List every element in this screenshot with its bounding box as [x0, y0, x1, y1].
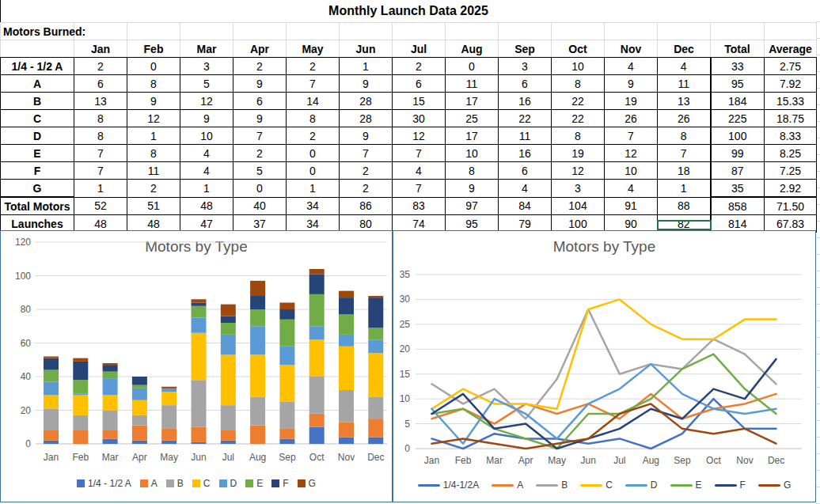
- bar-segment-a[interactable]: [73, 430, 88, 444]
- table-cell[interactable]: 2: [393, 58, 446, 75]
- col-header-average[interactable]: Average: [765, 40, 817, 58]
- table-cell[interactable]: 9: [127, 93, 180, 110]
- bar-segment-c[interactable]: [339, 347, 354, 390]
- bar-segment-g[interactable]: [103, 363, 118, 365]
- bar-segment-b[interactable]: [250, 397, 265, 426]
- table-cell[interactable]: 2: [340, 162, 393, 180]
- table-cell[interactable]: 13: [74, 93, 127, 110]
- bar-segment-a[interactable]: [339, 422, 354, 437]
- bar-segment-1-4-1-2-a[interactable]: [221, 441, 236, 444]
- legend-item-e[interactable]: E: [670, 479, 702, 491]
- legend-item-a[interactable]: A: [492, 479, 523, 491]
- bar-segment-e[interactable]: [192, 306, 207, 318]
- bar-segment-e[interactable]: [368, 328, 383, 339]
- table-cell[interactable]: 97: [446, 197, 499, 215]
- active-cell-selection[interactable]: [657, 220, 712, 230]
- table-cell[interactable]: 1: [127, 127, 180, 145]
- col-header-nov[interactable]: Nov: [605, 40, 658, 58]
- bar-segment-f[interactable]: [250, 296, 265, 309]
- bar-segment-c[interactable]: [221, 354, 236, 405]
- table-cell[interactable]: 7: [605, 127, 658, 145]
- table-cell[interactable]: 9: [180, 110, 233, 127]
- table-cell[interactable]: 9: [446, 180, 499, 198]
- bar-segment-a[interactable]: [221, 430, 236, 441]
- average-cell[interactable]: 8.25: [765, 145, 817, 162]
- bar-segment-f[interactable]: [103, 365, 118, 372]
- bar-segment-d[interactable]: [368, 339, 383, 353]
- bar-segment-g[interactable]: [73, 358, 88, 362]
- bar-segment-b[interactable]: [161, 405, 177, 429]
- bar-segment-d[interactable]: [339, 335, 354, 347]
- table-cell[interactable]: 7: [658, 145, 711, 162]
- table-cell[interactable]: 12: [127, 110, 180, 127]
- bar-segment-g[interactable]: [221, 305, 236, 316]
- table-cell[interactable]: 84: [499, 197, 552, 215]
- table-cell[interactable]: 10: [446, 145, 499, 162]
- table-cell[interactable]: 4: [180, 145, 233, 162]
- bar-segment-b[interactable]: [339, 390, 354, 422]
- table-cell[interactable]: 2: [340, 180, 393, 198]
- table-cell[interactable]: 2: [127, 180, 180, 198]
- table-cell[interactable]: 8: [446, 162, 499, 180]
- table-cell[interactable]: 8: [127, 75, 180, 93]
- bar-segment-b[interactable]: [221, 405, 236, 430]
- bar-segment-f[interactable]: [368, 297, 383, 328]
- sheet-title[interactable]: Monthly Launch Data 2025: [1, 0, 817, 23]
- table-cell[interactable]: 2: [74, 58, 127, 75]
- table-cell[interactable]: 16: [499, 93, 552, 110]
- bar-segment-b[interactable]: [279, 402, 294, 429]
- table-cell[interactable]: 0: [287, 145, 340, 162]
- col-header-blank[interactable]: [1, 40, 74, 58]
- table-cell[interactable]: 5: [180, 75, 233, 93]
- table-cell[interactable]: 4: [658, 58, 711, 75]
- line-chart[interactable]: Motors by Type 05101520253035JanFebMarAp…: [393, 230, 816, 502]
- bar-segment-1-4-1-2-a[interactable]: [279, 439, 294, 444]
- table-cell[interactable]: 16: [499, 145, 552, 162]
- empty-cell[interactable]: [340, 23, 393, 40]
- bar-segment-a[interactable]: [44, 430, 59, 441]
- total-cell[interactable]: 858: [711, 197, 765, 215]
- total-cell[interactable]: 99: [711, 145, 765, 162]
- series-line-b[interactable]: [432, 309, 776, 419]
- table-cell[interactable]: 1: [74, 180, 127, 198]
- row-label-c[interactable]: C: [1, 110, 74, 127]
- bar-segment-f[interactable]: [192, 303, 207, 306]
- bar-segment-f[interactable]: [279, 309, 294, 320]
- empty-cell[interactable]: [552, 23, 605, 40]
- bar-segment-g[interactable]: [44, 357, 59, 358]
- total-cell[interactable]: 225: [711, 110, 765, 127]
- bar-segment-d[interactable]: [161, 388, 177, 392]
- bar-segment-f[interactable]: [44, 358, 59, 370]
- empty-cell[interactable]: [658, 23, 711, 40]
- bar-segment-c[interactable]: [103, 395, 118, 410]
- bar-segment-1-4-1-2-a[interactable]: [339, 438, 354, 445]
- bar-segment-a[interactable]: [103, 430, 118, 439]
- row-label-b[interactable]: B: [1, 93, 74, 110]
- series-line-f[interactable]: [432, 359, 776, 449]
- bar-segment-f[interactable]: [339, 297, 354, 314]
- table-cell[interactable]: 6: [74, 75, 127, 93]
- table-cell[interactable]: 18: [658, 162, 711, 180]
- bar-segment-d[interactable]: [73, 393, 88, 395]
- total-cell[interactable]: 33: [711, 58, 765, 75]
- empty-cell[interactable]: [711, 23, 765, 40]
- total-cell[interactable]: 100: [711, 127, 765, 145]
- bar-segment-f[interactable]: [221, 316, 236, 324]
- table-cell[interactable]: 8: [552, 127, 605, 145]
- table-cell[interactable]: 7: [393, 180, 446, 198]
- table-cell[interactable]: 10: [180, 127, 233, 145]
- bar-segment-e[interactable]: [103, 372, 118, 379]
- table-cell[interactable]: 6: [393, 75, 446, 93]
- table-cell[interactable]: 28: [340, 110, 393, 127]
- table-cell[interactable]: 91: [605, 197, 658, 215]
- table-cell[interactable]: 52: [74, 197, 127, 215]
- col-header-jul[interactable]: Jul: [393, 40, 446, 58]
- table-cell[interactable]: 11: [127, 162, 180, 180]
- row-label-g[interactable]: G: [1, 180, 74, 198]
- bar-segment-1-4-1-2-a[interactable]: [44, 441, 59, 444]
- table-cell[interactable]: 8: [74, 127, 127, 145]
- table-cell[interactable]: 4: [180, 162, 233, 180]
- col-header-jun[interactable]: Jun: [340, 40, 393, 58]
- bar-segment-1-4-1-2-a[interactable]: [103, 439, 118, 444]
- table-cell[interactable]: 12: [552, 162, 605, 180]
